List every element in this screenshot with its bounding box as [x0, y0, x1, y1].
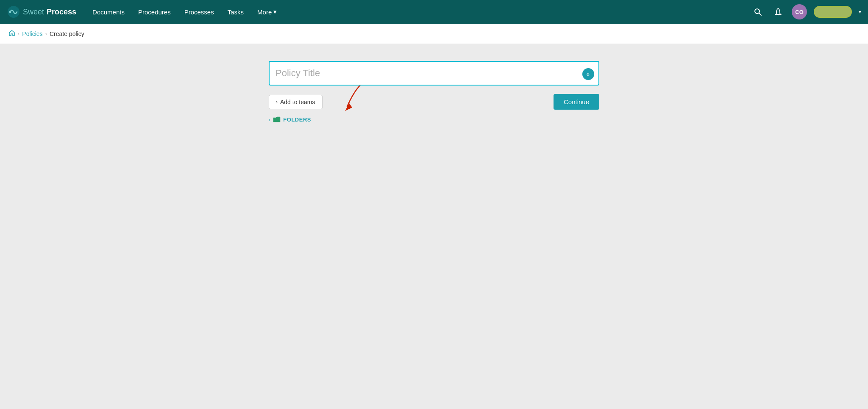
folders-chevron: › — [269, 116, 270, 123]
breadcrumb-sep-1: › — [18, 30, 19, 37]
user-initials: CO — [795, 9, 804, 15]
grammarly-logo: G — [585, 71, 592, 77]
grammarly-icon[interactable]: G — [582, 68, 594, 80]
nav-tasks[interactable]: Tasks — [222, 5, 250, 19]
breadcrumb-policies[interactable]: Policies — [22, 30, 42, 37]
policy-title-input[interactable] — [269, 61, 599, 86]
nav-documents[interactable]: Documents — [86, 5, 131, 19]
navbar-left: SweetProcess Documents Procedures Proces… — [7, 5, 283, 19]
home-icon — [8, 30, 15, 36]
nav-more-chevron: ▾ — [273, 8, 277, 16]
folders-row[interactable]: › FOLDERS — [269, 116, 599, 123]
title-input-wrapper: G — [269, 61, 599, 87]
navbar-right: CO ▾ — [751, 4, 861, 19]
folders-label: FOLDERS — [283, 116, 311, 123]
nav-more-label: More — [257, 8, 272, 16]
nav-links: Documents Procedures Processes Tasks Mor… — [86, 5, 283, 19]
add-to-teams-button[interactable]: › Add to teams — [269, 95, 323, 109]
logo-process: Process — [47, 8, 76, 17]
logo-sweet: Sweet — [23, 8, 44, 17]
search-button[interactable] — [751, 5, 765, 19]
avatar[interactable]: CO — [792, 4, 807, 19]
nav-processes[interactable]: Processes — [178, 5, 220, 19]
username-pill[interactable] — [814, 6, 852, 18]
bell-icon — [774, 8, 782, 16]
breadcrumb-sep-2: › — [45, 30, 47, 37]
main-content: G › Add to teams Continue › FOLDERS — [0, 44, 868, 409]
folder-icon — [273, 116, 281, 123]
nav-more[interactable]: More ▾ — [251, 5, 283, 19]
svg-text:G: G — [587, 72, 590, 77]
logo-icon — [7, 5, 20, 19]
breadcrumb-home[interactable] — [8, 30, 15, 38]
breadcrumb-current: Create policy — [50, 30, 84, 37]
user-dropdown-arrow[interactable]: ▾ — [859, 9, 861, 15]
nav-procedures[interactable]: Procedures — [132, 5, 177, 19]
breadcrumb: › Policies › Create policy — [0, 24, 868, 44]
buttons-row: › Add to teams Continue — [269, 94, 599, 110]
add-teams-label: Add to teams — [280, 99, 315, 105]
search-icon — [754, 8, 762, 16]
svg-point-1 — [9, 11, 11, 13]
form-container: G › Add to teams Continue › FOLDERS — [269, 61, 599, 123]
svg-line-3 — [759, 13, 762, 16]
add-teams-chevron: › — [276, 99, 278, 105]
logo[interactable]: SweetProcess — [7, 5, 76, 19]
notifications-button[interactable] — [771, 5, 785, 19]
continue-button[interactable]: Continue — [554, 94, 599, 110]
navbar: SweetProcess Documents Procedures Proces… — [0, 0, 868, 24]
